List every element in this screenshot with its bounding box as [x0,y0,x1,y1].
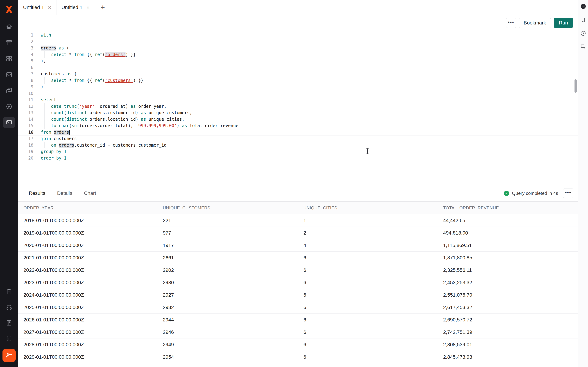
code-token [61,149,64,154]
code-line[interactable]: 8 select * from {{ ref('customers') }} [18,77,578,84]
tab-results[interactable]: Results [29,185,45,201]
run-button[interactable]: Run [554,18,573,28]
table-row[interactable]: 2021-01-01T00:00:00.000Z266161,871,800.8… [18,251,578,264]
table-cell: 977 [163,230,303,236]
editor-scrollbar-thumb[interactable] [574,79,577,93]
table-cell: 2,617,453.32 [443,305,578,310]
code-token: .customer_id [74,143,105,148]
sidebar-bottom-nav [3,286,15,344]
column-header-order-year[interactable]: ORDER_YEAR [23,206,163,210]
column-header-unique-cities[interactable]: UNIQUE_CITIES [303,206,443,210]
line-number: 15 [18,123,33,129]
sql-editor[interactable]: 1with23orders as (4 select * from {{ ref… [18,31,578,185]
code-line[interactable]: 2 [18,39,578,45]
close-tab-icon[interactable]: × [86,5,90,10]
code-token: , [190,110,192,115]
code-line[interactable]: 18 on orders.customer_id = customers.cus… [18,142,578,149]
tab-chart[interactable]: Chart [84,185,96,201]
code-line[interactable]: 19group by 1 [18,148,578,155]
new-tab-button[interactable]: + [97,0,109,15]
code-window-icon[interactable] [3,69,15,81]
clipboard-icon[interactable] [3,286,15,298]
table-cell: 6 [303,317,443,323]
tab-untitled-2[interactable]: Untitled 1 × [56,0,95,15]
archive-icon[interactable] [3,37,15,49]
code-line[interactable]: 6 [18,64,578,71]
home-icon[interactable] [3,21,15,33]
code-line[interactable]: 4 select * from {{ ref('orders') }} [18,51,578,58]
code-token: from [41,130,51,135]
bookmark-icon[interactable] [579,16,587,24]
table-cell: 2661 [163,255,303,261]
headphones-icon[interactable] [3,301,15,313]
table-row[interactable]: 2024-01-01T00:00:00.000Z292762,551,076.7… [18,289,578,301]
table-row[interactable]: 2028-01-01T00:00:00.000Z294962,808,539.0… [18,338,578,351]
windows-icon[interactable] [3,85,15,96]
notebook-icon[interactable] [3,317,15,329]
table-row[interactable]: 2025-01-01T00:00:00.000Z293262,617,453.3… [18,301,578,314]
table-cell: 2,453,253.32 [443,280,578,285]
code-token: 1 [64,149,66,154]
table-cell: 2,742,751.39 [443,329,578,335]
code-line[interactable]: 17join customers [18,135,578,142]
table-row[interactable]: 2030-01-01T00:00:00.000Z287961,841,049.3… [18,363,578,367]
results-more-button[interactable]: ••• [563,188,573,198]
column-header-total-order-revenue[interactable]: TOTAL_ORDER_REVENUE [443,206,578,210]
code-line[interactable]: 7customers as ( [18,71,578,77]
table-row[interactable]: 2029-01-01T00:00:00.000Z295462,845,473.9… [18,351,578,363]
code-token: ( [69,123,71,128]
user-avatar[interactable] [2,349,16,362]
code-text: count(distinct orders.location_id) as un… [33,116,184,123]
code-line[interactable]: 3orders as ( [18,45,578,51]
copilot-icon[interactable] [579,2,587,10]
code-token: ) [136,110,141,115]
code-token [51,136,54,141]
table-row[interactable]: 2020-01-01T00:00:00.000Z191741,115,869.5… [18,239,578,251]
bookmark-button[interactable]: Bookmark [519,18,551,28]
terminal-icon[interactable] [3,117,15,128]
code-line[interactable]: 1with [18,32,578,39]
code-token: 1 [64,156,66,161]
code-line[interactable]: 13 count(distinct orders.customer_id) as… [18,109,578,116]
line-number: 12 [18,103,33,110]
close-tab-icon[interactable]: × [48,5,51,10]
code-token [56,143,59,148]
table-cell: 1 [303,218,443,223]
history-icon[interactable] [579,29,587,37]
code-token [61,156,64,161]
code-line[interactable]: 9) [18,84,578,90]
column-header-unique-customers[interactable]: UNIQUE_CUSTOMERS [163,206,303,210]
code-line[interactable]: 5), [18,58,578,64]
line-number: 7 [18,71,33,77]
code-line[interactable]: 10 [18,90,578,97]
code-text: join customers [33,135,77,142]
code-text [33,39,41,45]
code-line[interactable]: 11select [18,97,578,103]
tab-details[interactable]: Details [57,185,72,201]
calculator-icon[interactable] [3,333,15,344]
grid-icon[interactable] [3,53,15,65]
code-token: * [69,52,71,57]
compass-icon[interactable] [3,101,15,112]
code-line[interactable]: 14 count(distinct orders.location_id) as… [18,116,578,123]
code-token: ( [79,123,82,128]
table-row[interactable]: 2022-01-01T00:00:00.000Z290262,325,556.1… [18,264,578,276]
table-row[interactable]: 2023-01-01T00:00:00.000Z293062,453,253.3… [18,276,578,289]
app-logo-icon[interactable] [4,5,14,14]
query-status: ✓ Query completed in 4s ••• [504,185,573,201]
table-cell: 2930 [163,280,303,285]
tab-label: Untitled 1 [61,5,82,10]
code-text: with [33,32,51,39]
code-line[interactable]: 12 date_trunc('year', ordered_at) as ord… [18,103,578,110]
table-row[interactable]: 2019-01-01T00:00:00.000Z9772494,818.00 [18,227,578,239]
table-row[interactable]: 2018-01-01T00:00:00.000Z221144,442.65 [18,214,578,227]
code-line[interactable]: 15 to_char(sum(orders.order_total), '999… [18,123,578,129]
table-row[interactable]: 2027-01-01T00:00:00.000Z294662,742,751.3… [18,326,578,338]
table-row[interactable]: 2026-01-01T00:00:00.000Z294462,690,570.7… [18,314,578,326]
code-line[interactable]: 20order by 1 [18,155,578,161]
code-line[interactable]: 16from orders [18,129,578,136]
pointer-icon[interactable] [579,43,587,51]
more-options-button[interactable]: ••• [506,18,516,28]
table-cell: 6 [303,292,443,298]
tab-untitled-1[interactable]: Untitled 1 × [18,0,56,15]
